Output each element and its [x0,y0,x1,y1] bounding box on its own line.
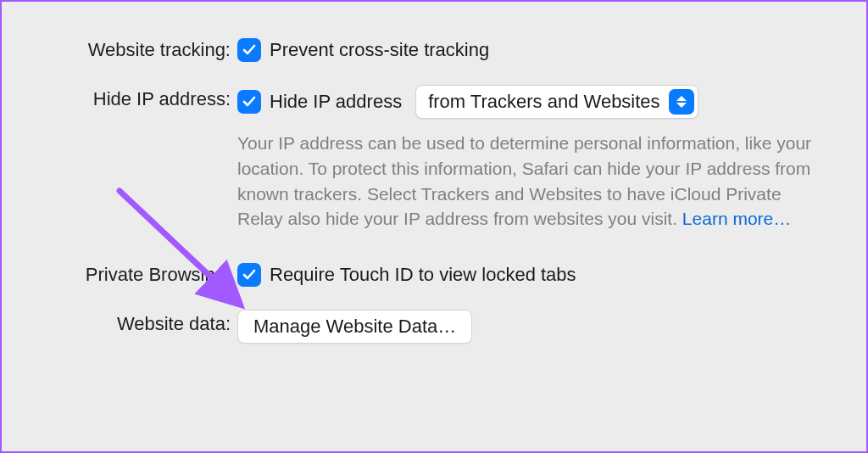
row-hide-ip-address: Hide IP address: Hide IP address from Tr… [36,85,836,232]
check-icon [242,94,257,109]
checkbox-require-touch-id[interactable] [237,263,261,287]
row-private-browsing: Private Browsing: Require Touch ID to vi… [36,260,836,289]
select-hide-ip-from[interactable]: from Trackers and Websites [415,85,698,119]
checkbox-hide-ip-address[interactable] [237,90,261,114]
manage-website-data-button-label: Manage Website Data… [253,316,456,338]
label-website-data: Website data: [36,310,237,335]
checkbox-prevent-cross-site-tracking[interactable] [237,38,261,62]
select-hide-ip-from-value: from Trackers and Websites [428,91,668,113]
help-text-hide-ip: Your IP address can be used to determine… [237,131,822,232]
checkbox-label-hide-ip-address: Hide IP address [270,91,402,113]
check-icon [242,42,257,58]
privacy-settings-pane: Website tracking: Prevent cross-site tra… [36,36,836,364]
updown-icon [669,89,694,115]
checkbox-label-require-touch-id: Require Touch ID to view locked tabs [270,264,576,286]
label-hide-ip-address: Hide IP address: [36,85,237,110]
row-website-data: Website data: Manage Website Data… [36,310,836,344]
manage-website-data-button[interactable]: Manage Website Data… [237,310,472,344]
label-website-tracking: Website tracking: [36,36,237,61]
label-private-browsing: Private Browsing: [36,260,237,286]
check-icon [242,267,257,282]
learn-more-link[interactable]: Learn more… [682,209,791,228]
checkbox-label-prevent-cross-site-tracking: Prevent cross-site tracking [270,39,489,61]
row-website-tracking: Website tracking: Prevent cross-site tra… [36,36,836,64]
